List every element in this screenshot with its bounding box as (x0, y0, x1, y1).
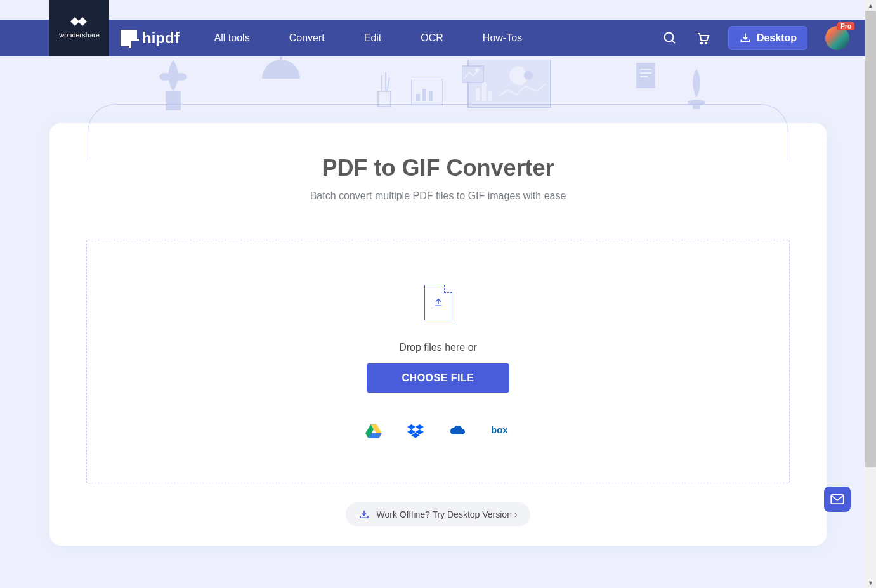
svg-text:box: box (491, 424, 508, 435)
hipdf-logo-icon (121, 30, 137, 46)
search-icon[interactable] (662, 30, 677, 46)
pencil-cup-icon (373, 72, 396, 108)
choose-file-button[interactable]: CHOOSE FILE (367, 363, 510, 393)
top-spacer (0, 0, 876, 20)
scroll-track[interactable] (865, 467, 876, 577)
quill-icon (684, 66, 709, 110)
decoration-line (88, 104, 788, 161)
dropbox-icon[interactable] (407, 424, 424, 438)
svg-rect-31 (831, 495, 844, 504)
avatar-wrap: Pro (825, 26, 849, 50)
desktop-button[interactable]: Desktop (728, 26, 807, 50)
nav-all-tools[interactable]: All tools (214, 32, 250, 44)
main-card: PDF to GIF Converter Batch convert multi… (49, 123, 827, 546)
svg-rect-22 (462, 66, 483, 82)
svg-line-1 (672, 41, 675, 44)
offline-wrap: Work Offline? Try Desktop Version › (86, 502, 790, 526)
drop-text: Drop files here or (399, 342, 477, 353)
svg-rect-29 (693, 103, 700, 109)
nav-convert[interactable]: Convert (289, 32, 325, 44)
analytics-frame-icon (462, 60, 554, 110)
page-subtitle: Batch convert multiple PDF files to GIF … (86, 190, 790, 202)
svg-rect-8 (378, 91, 391, 107)
svg-line-11 (387, 77, 389, 91)
svg-rect-4 (166, 91, 181, 110)
hipdf-logo-text: hipdf (142, 29, 180, 47)
svg-rect-24 (636, 63, 655, 88)
svg-point-5 (159, 73, 172, 81)
plant-icon (154, 56, 192, 117)
bar-chart-icon (411, 79, 443, 105)
contact-fab[interactable] (824, 487, 851, 512)
offline-text: Work Offline? Try Desktop Version › (376, 509, 517, 519)
nav-ocr[interactable]: OCR (421, 32, 443, 44)
scroll-up-arrow[interactable]: ▲ (865, 0, 876, 11)
scrollbar[interactable]: ▲ ▼ (865, 0, 876, 588)
svg-rect-19 (476, 88, 480, 101)
svg-rect-7 (280, 56, 282, 62)
lamp-icon (259, 56, 303, 88)
svg-rect-20 (482, 82, 486, 101)
svg-rect-15 (429, 91, 433, 101)
scroll-down-arrow[interactable]: ▼ (865, 577, 876, 588)
cloud-providers: box (365, 424, 511, 438)
svg-point-2 (701, 42, 703, 44)
wondershare-logo[interactable]: wondershare (49, 0, 109, 56)
nav-how-tos[interactable]: How-Tos (483, 32, 522, 44)
decorations (49, 56, 827, 123)
svg-point-3 (705, 42, 707, 44)
svg-rect-13 (416, 94, 420, 101)
download-icon (358, 509, 370, 520)
nav-edit[interactable]: Edit (364, 32, 382, 44)
google-drive-icon[interactable] (365, 424, 382, 438)
svg-rect-14 (422, 89, 426, 101)
pro-badge: Pro (837, 22, 854, 30)
wondershare-icon (72, 18, 87, 29)
svg-point-0 (664, 33, 673, 42)
svg-rect-21 (488, 91, 492, 101)
desktop-button-label: Desktop (757, 32, 797, 44)
wondershare-text: wondershare (59, 31, 100, 39)
nav-menu: All tools Convert Edit OCR How-Tos (214, 32, 522, 44)
svg-point-18 (524, 71, 533, 80)
header-right: Desktop Pro (662, 26, 849, 50)
file-upload-icon (424, 285, 452, 320)
svg-point-23 (475, 68, 479, 72)
mail-icon (830, 494, 844, 504)
offline-desktop-link[interactable]: Work Offline? Try Desktop Version › (346, 502, 530, 526)
onedrive-icon[interactable] (449, 424, 466, 438)
dropzone[interactable]: Drop files here or CHOOSE FILE box (86, 240, 790, 483)
svg-point-6 (174, 73, 187, 81)
header: wondershare hipdf All tools Convert Edit… (0, 20, 876, 56)
hipdf-logo[interactable]: hipdf (121, 29, 180, 47)
scroll-thumb[interactable] (865, 11, 876, 467)
cart-icon[interactable] (695, 30, 710, 46)
svg-rect-12 (411, 79, 443, 105)
download-icon (739, 32, 752, 44)
box-icon[interactable]: box (491, 424, 511, 438)
document-icon (636, 63, 655, 88)
